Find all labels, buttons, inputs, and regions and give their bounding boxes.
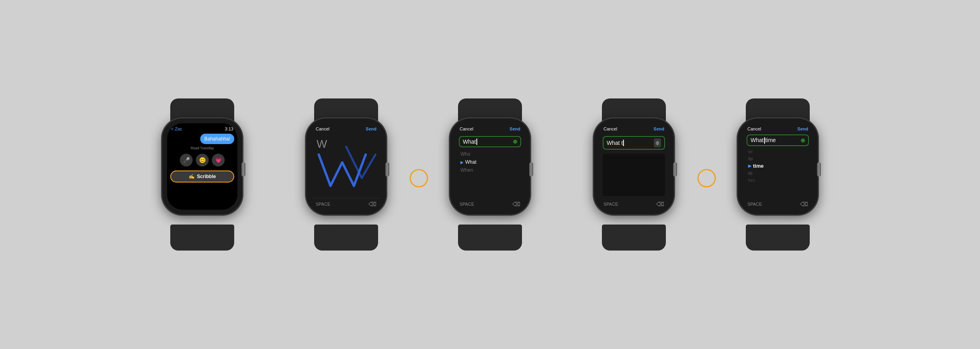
whattime-screen: Cancel Send Whattime tie [743, 123, 813, 210]
watch-1: < Zac 3:13 Bahahahha! Read Tuesday 🎤 😊 [138, 98, 266, 251]
space-button[interactable]: SPACE [747, 202, 762, 207]
suggestion-till[interactable]: till [748, 170, 807, 177]
watch-5: Cancel Send Whattime tie [714, 98, 842, 251]
what-screen: Cancel Send What Who [455, 123, 525, 210]
suggestion-what[interactable]: ▶ What [460, 158, 520, 166]
input-text-4: What t [607, 140, 623, 146]
suggestion-who-text: Who [460, 151, 470, 157]
suggestion-when[interactable]: When [460, 166, 520, 174]
time-suggestions-list: tie tip ▶ time till [743, 148, 813, 199]
suggestion-till-text: till [748, 171, 752, 176]
cancel-button[interactable]: Cancel [747, 126, 761, 131]
watch-2-body: Cancel Send W [306, 118, 386, 215]
suggestion-tie-text: tie [748, 149, 753, 154]
watch-4-crown [673, 162, 677, 177]
suggestion-tie[interactable]: tie [748, 148, 807, 155]
emoji-icon: 😊 [199, 157, 206, 163]
whatt-screen: Cancel Send What t [599, 123, 669, 210]
watch-3-crown [529, 162, 533, 177]
send-button[interactable]: Send [797, 126, 808, 131]
draw-area[interactable]: W [311, 134, 381, 198]
watch-1-crown [241, 162, 245, 177]
scribble-screen: Cancel Send W [311, 123, 381, 210]
message-bubble: Bahahahha! [200, 134, 234, 144]
scroll-indicator [654, 138, 661, 147]
cancel-button[interactable]: Cancel [604, 126, 617, 131]
watch-4-screen: Cancel Send What t [599, 123, 669, 210]
space-button[interactable]: SPACE [604, 202, 618, 207]
send-button[interactable]: Send [653, 126, 664, 131]
watch-1-body: < Zac 3:13 Bahahahha! Read Tuesday 🎤 😊 [162, 118, 242, 215]
input-text: What [463, 138, 476, 145]
heart-icon: 💗 [215, 157, 222, 163]
time-selection-arrow: ▶ [748, 164, 751, 168]
watch-1-band-bottom [170, 225, 234, 251]
watch-1-screen: < Zac 3:13 Bahahahha! Read Tuesday 🎤 😊 [167, 123, 237, 210]
delete-button[interactable]: ⌫ [656, 201, 664, 207]
suggestions-list: Who ▶ What When [455, 149, 525, 199]
back-button[interactable]: < Zac [171, 126, 182, 131]
what-part: What [751, 137, 764, 143]
input-dot [513, 140, 517, 144]
whatt-header: Cancel Send [599, 123, 669, 134]
send-button[interactable]: Send [366, 126, 376, 131]
what-footer: SPACE ⌫ [455, 199, 525, 210]
watch-4-band-bottom [602, 225, 666, 251]
read-status: Read Tuesday [167, 146, 237, 150]
watch-2: Cancel Send W [282, 98, 410, 251]
delete-button[interactable]: ⌫ [368, 201, 376, 207]
selection-arrow: ▶ [460, 160, 464, 164]
text-input-box[interactable]: What [459, 136, 521, 147]
space-button[interactable]: SPACE [316, 202, 330, 207]
text-cursor [476, 138, 477, 145]
text-cursor-4 [623, 140, 624, 146]
watch-3-band-bottom [458, 225, 522, 251]
watch-3: Cancel Send What Who [426, 98, 554, 251]
drawing-area-4[interactable] [603, 154, 665, 196]
cancel-button[interactable]: Cancel [460, 126, 473, 131]
watch-1-wrapper: < Zac 3:13 Bahahahha! Read Tuesday 🎤 😊 [130, 98, 274, 251]
space-button[interactable]: SPACE [460, 202, 474, 207]
scribble-button[interactable]: ✍ Scribble [170, 170, 234, 183]
whattime-input-box[interactable]: Whattime [747, 134, 809, 146]
scribble-label: Scribble [197, 174, 216, 179]
messages-screen: < Zac 3:13 Bahahahha! Read Tuesday 🎤 😊 [167, 123, 237, 210]
scroll-down-arrow [655, 143, 659, 145]
whattime-header: Cancel Send [743, 123, 813, 133]
suggestion-tip[interactable]: tip [748, 155, 807, 162]
suggestion-time[interactable]: ▶ time [748, 162, 807, 170]
suggestion-who[interactable]: Who [460, 150, 520, 158]
mic-button[interactable]: 🎤 [180, 154, 193, 166]
delete-button[interactable]: ⌫ [512, 201, 520, 207]
suggestion-ties-text: ties [748, 178, 755, 183]
whattime-input-text: Whattime [751, 137, 776, 144]
action-buttons: 🎤 😊 💗 [170, 154, 234, 166]
watch-2-crown [385, 162, 389, 177]
watch-3-body: Cancel Send What Who [450, 118, 530, 215]
text-input-box-4[interactable]: What t [603, 136, 665, 150]
watch-5-band-bottom [746, 225, 810, 251]
watch-2-wrapper: Cancel Send W [274, 98, 418, 251]
scribble-header: Cancel Send [311, 123, 381, 134]
suggestion-time-text: time [753, 163, 764, 169]
input-dot-5 [801, 138, 805, 142]
watch-2-band-bottom [314, 225, 378, 251]
cursor-block [764, 137, 765, 144]
suggestion-what-text: What [465, 159, 476, 165]
what-header: Cancel Send [455, 123, 525, 134]
scroll-up-arrow [655, 141, 659, 143]
watch-3-wrapper: Cancel Send What Who [418, 98, 562, 251]
emoji-button[interactable]: 😊 [196, 154, 209, 166]
watches-container: < Zac 3:13 Bahahahha! Read Tuesday 🎤 😊 [0, 0, 980, 349]
send-button[interactable]: Send [510, 126, 520, 131]
suggestion-tip-text: tip [748, 156, 753, 161]
suggestion-ties[interactable]: ties [748, 177, 807, 183]
watch-3-screen: Cancel Send What Who [455, 123, 525, 210]
scribble-footer: SPACE ⌫ [311, 198, 381, 210]
time-part: time [765, 137, 776, 143]
watch-4-wrapper: Cancel Send What t [562, 98, 706, 251]
heart-button[interactable]: 💗 [212, 154, 225, 166]
cancel-button[interactable]: Cancel [316, 126, 329, 131]
delete-button[interactable]: ⌫ [800, 201, 808, 207]
whattime-footer: SPACE ⌫ [743, 199, 813, 210]
